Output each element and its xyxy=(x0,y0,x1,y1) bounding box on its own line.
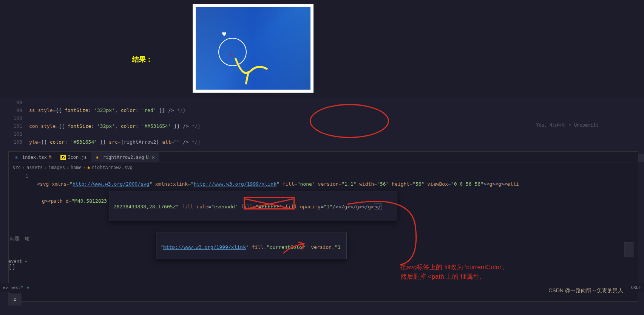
lower-editor-panel: ⚛index.tsx M JSIcon.js ✱rightArrow2.svg … xyxy=(8,151,638,302)
tab-rightarrow-svg[interactable]: ✱rightArrow2.svg U× xyxy=(91,152,159,162)
result-label: 结果： xyxy=(132,55,153,64)
lower-gutter: 1 xyxy=(9,172,31,180)
tab-output[interactable]: 输 xyxy=(25,236,29,242)
chevron-right-icon: › xyxy=(44,165,47,170)
breadcrumb-item[interactable]: src xyxy=(12,165,21,170)
js-icon: JS xyxy=(60,155,66,160)
red-annotation-line1: 把svg标签上的 fill改为 'currentColor', xyxy=(400,263,505,272)
watermark: CSDN @一路向阳～负责的男人 xyxy=(548,287,623,294)
search-icon: ⌕ xyxy=(13,296,17,304)
tab-problems[interactable]: 问题 xyxy=(10,236,19,242)
code-line[interactable]: ss style={{ fontSize: '323px', color: 'r… xyxy=(29,106,644,114)
preview-image: ♥ → xyxy=(193,4,314,93)
bracket-text: [] xyxy=(8,263,15,270)
scrollbar-handle[interactable] xyxy=(624,242,633,257)
hover-tooltip-1: g><path d="M40.581282328238433838,28.176… xyxy=(110,191,397,221)
branch-name[interactable]: ev-next* xyxy=(3,285,23,290)
breadcrumb-item[interactable]: images xyxy=(49,165,65,170)
heart-icon: ♥ xyxy=(222,30,226,38)
status-bar[interactable]: ev-next* ⚛ CRLF xyxy=(0,283,644,292)
chevron-right-icon: › xyxy=(66,165,69,170)
right-arrow-icon: → xyxy=(229,50,233,57)
git-blame-text: You, 4分钟前 • Uncommitt xyxy=(536,122,599,129)
breadcrumb-item[interactable]: home xyxy=(71,165,82,170)
chevron-right-icon: › xyxy=(83,165,86,170)
breadcrumb-item[interactable]: assets xyxy=(26,165,43,170)
svg-icon: ✱ xyxy=(87,165,90,170)
breadcrumb[interactable]: src› assets› images› home› ✱rightArrow2.… xyxy=(9,163,638,172)
tab-index-tsx[interactable]: ⚛index.tsx M xyxy=(11,153,56,162)
code-line[interactable]: yle={{ color: '#531654' }} src={rightArr… xyxy=(29,138,644,146)
close-icon[interactable]: × xyxy=(151,154,154,160)
svg-icon: ✱ xyxy=(96,155,101,160)
react-icon: ⚛ xyxy=(15,155,20,160)
red-annotation-line2: 然后删掉 <path 上的 fill属性, xyxy=(400,272,481,281)
hover-tooltip-2: "http://www.w3.org/1999/xlink" fill="cur… xyxy=(156,233,347,259)
breadcrumb-item[interactable]: rightArrow2.svg xyxy=(91,165,132,170)
code-line[interactable]: <svg xmlns="http://www.w3.org/2000/svg" … xyxy=(37,180,638,188)
chevron-right-icon: › xyxy=(22,165,25,170)
bottom-panel-tabs[interactable]: 问题 输 xyxy=(8,234,31,244)
upper-gutter: 9899100101102103 xyxy=(8,98,25,146)
react-icon: ⚛ xyxy=(27,285,29,290)
editor-tabs: ⚛index.tsx M JSIcon.js ✱rightArrow2.svg … xyxy=(9,152,638,163)
line-ending[interactable]: CRLF xyxy=(631,285,641,290)
search-button[interactable]: ⌕ xyxy=(8,293,22,306)
tab-icon-js[interactable]: JSIcon.js xyxy=(56,153,91,162)
